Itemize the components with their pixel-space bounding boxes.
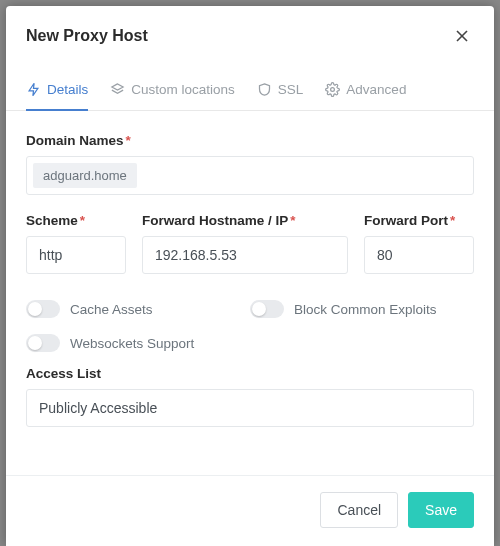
- forward-row: Scheme* Forward Hostname / IP* Forward P…: [26, 213, 474, 274]
- layers-icon: [110, 82, 125, 97]
- forward-port-label: Forward Port*: [364, 213, 474, 228]
- svg-marker-2: [112, 84, 123, 90]
- domain-names-input[interactable]: adguard.home: [26, 156, 474, 195]
- cache-assets-switch[interactable]: [26, 300, 60, 318]
- cache-assets-label: Cache Assets: [70, 302, 153, 317]
- new-proxy-host-modal: New Proxy Host Details Custom locations …: [6, 6, 494, 546]
- tab-advanced-label: Advanced: [346, 82, 406, 97]
- forward-port-input[interactable]: [364, 236, 474, 274]
- block-exploits-switch[interactable]: [250, 300, 284, 318]
- websockets-toggle-item: Websockets Support: [26, 326, 474, 360]
- tab-advanced[interactable]: Advanced: [325, 72, 406, 111]
- close-icon: [454, 28, 470, 44]
- tab-custom-locations-label: Custom locations: [131, 82, 235, 97]
- tab-ssl[interactable]: SSL: [257, 72, 304, 111]
- forward-port-field: Forward Port*: [364, 213, 474, 274]
- cancel-button[interactable]: Cancel: [320, 492, 398, 528]
- access-list-select[interactable]: [26, 389, 474, 427]
- required-marker: *: [126, 133, 131, 148]
- required-marker: *: [290, 213, 295, 228]
- shield-icon: [257, 82, 272, 97]
- domain-tag-chip[interactable]: adguard.home: [33, 163, 137, 188]
- required-marker: *: [450, 213, 455, 228]
- tab-details-label: Details: [47, 82, 88, 97]
- access-list-label: Access List: [26, 366, 474, 381]
- tab-custom-locations[interactable]: Custom locations: [110, 72, 235, 111]
- lightning-icon: [26, 82, 41, 97]
- tab-details[interactable]: Details: [26, 72, 88, 111]
- websockets-switch[interactable]: [26, 334, 60, 352]
- scheme-select[interactable]: [26, 236, 126, 274]
- cache-assets-toggle-item: Cache Assets: [26, 292, 250, 326]
- forward-host-field: Forward Hostname / IP*: [142, 213, 348, 274]
- modal-title: New Proxy Host: [26, 27, 148, 45]
- tab-ssl-label: SSL: [278, 82, 304, 97]
- toggle-row: Cache Assets Block Common Exploits Webso…: [26, 292, 474, 360]
- scheme-field: Scheme*: [26, 213, 126, 274]
- close-button[interactable]: [450, 24, 474, 48]
- required-marker: *: [80, 213, 85, 228]
- tab-bar: Details Custom locations SSL Advanced: [6, 72, 494, 111]
- domain-names-label: Domain Names*: [26, 133, 474, 148]
- scheme-label: Scheme*: [26, 213, 126, 228]
- access-list-field: Access List: [26, 366, 474, 427]
- modal-header: New Proxy Host: [6, 6, 494, 62]
- websockets-label: Websockets Support: [70, 336, 194, 351]
- modal-body: Domain Names* adguard.home Scheme* Forwa…: [6, 111, 494, 435]
- block-exploits-label: Block Common Exploits: [294, 302, 437, 317]
- gear-icon: [325, 82, 340, 97]
- forward-host-input[interactable]: [142, 236, 348, 274]
- forward-host-label: Forward Hostname / IP*: [142, 213, 348, 228]
- modal-footer: Cancel Save: [6, 475, 494, 546]
- save-button[interactable]: Save: [408, 492, 474, 528]
- block-exploits-toggle-item: Block Common Exploits: [250, 292, 474, 326]
- svg-point-3: [331, 88, 335, 92]
